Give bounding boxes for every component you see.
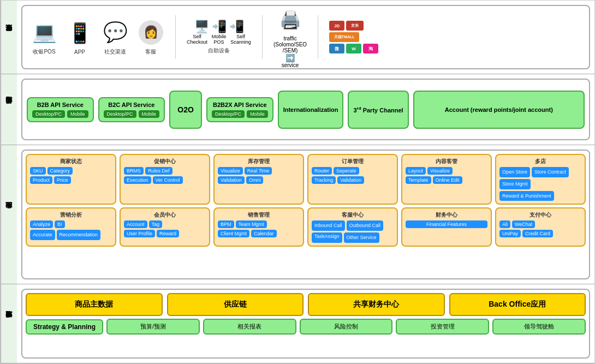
traffic-icon: 🖨️: [277, 6, 304, 33]
third-party-label: 3rd Party Channel: [353, 106, 403, 114]
team-mgmt-btn[interactable]: Team Mgmt: [236, 220, 267, 228]
execution-btn[interactable]: Execution: [124, 176, 151, 184]
b2b2x-api-subs: Desktop/PC Mobile: [212, 110, 268, 118]
supply-chain-btn[interactable]: 供应链: [167, 293, 304, 316]
strategy-label: Strategy & Planning: [26, 319, 103, 335]
tracking-btn[interactable]: Tracking: [312, 176, 336, 184]
validation-btn[interactable]: Validation: [218, 176, 245, 184]
b2c-api-box: B2C API Service Desktop/PC Mobile: [98, 97, 165, 122]
divider-1: [175, 15, 176, 59]
template-btn[interactable]: Template: [406, 176, 431, 184]
goods-master-btn[interactable]: 商品主数据: [26, 293, 163, 316]
jd-row-2: 天猫TMALL: [329, 32, 378, 42]
visualize-btn[interactable]: Visualize: [218, 167, 243, 175]
product-btn[interactable]: Product: [30, 176, 52, 184]
b2b-api-title: B2B API Service: [32, 102, 88, 108]
digital-content-area: 💻 收银POS 📱 APP 💬 社交渠道: [17, 1, 594, 74]
app-label: APP: [74, 49, 85, 55]
sales-analysis-box: 营销分析 Analyze BI Accurate Recommendation: [26, 207, 116, 247]
jd-row-3: 微 W 淘: [329, 44, 378, 53]
b2c-mobile-btn[interactable]: Mobile: [139, 110, 160, 118]
multi-store-row1: Open Store Store Contract: [499, 167, 581, 177]
payment-row1: Ali WeChat: [499, 220, 581, 228]
content-visualize-btn[interactable]: Visualize: [427, 167, 453, 175]
biz-top-row: 商家状态 SKU Category Product Price 促销中心: [26, 154, 586, 205]
reward-punishment-btn[interactable]: Reward & Punishment: [499, 191, 554, 201]
financial-features-btn[interactable]: Financial Features: [406, 220, 487, 228]
mobile-pos-label: Mobile POS: [209, 34, 229, 45]
channel-traffic: 🖨️ traffic (Solomo/SEO /SEM) ➡️ service: [273, 6, 307, 68]
digital-section: 数字渠道 💻 收银POS 📱 APP: [1, 1, 594, 74]
client-mgmt-btn[interactable]: Client Mgmt: [218, 230, 249, 237]
finance-box: 财务中心 Financial Features: [401, 207, 492, 247]
order-validation-btn[interactable]: Validation: [337, 176, 364, 184]
outbound-call-btn[interactable]: Outbound Call: [347, 220, 384, 231]
b2b-mobile-btn[interactable]: Mobile: [67, 110, 88, 118]
cust-svc-row1: Inbound Call Outbound Call: [312, 220, 394, 231]
unipay-btn[interactable]: UniPay: [499, 230, 521, 237]
user-profile-btn[interactable]: User Profile: [124, 230, 155, 237]
promotion-row1: BRMS Rules Def: [124, 167, 206, 175]
backend-content-area: 商品主数据 供应链 共享财务中心 Back Office应用 Strategy …: [17, 284, 594, 363]
back-office-btn[interactable]: Back Office应用: [449, 293, 586, 316]
backend-top-row: 商品主数据 供应链 共享财务中心 Back Office应用: [26, 293, 586, 316]
tag-btn[interactable]: Tag: [149, 220, 163, 228]
weibo-icon: 微: [329, 44, 344, 53]
category-btn[interactable]: Category: [47, 167, 73, 175]
separate-btn[interactable]: Seperate: [334, 167, 359, 175]
real-time-btn[interactable]: Real Time: [245, 167, 272, 175]
analyze-btn[interactable]: Analyze: [30, 220, 53, 228]
task-assign-btn[interactable]: TaskAssign: [312, 232, 342, 243]
omni-btn[interactable]: Omni: [246, 176, 264, 184]
strategy-row: Strategy & Planning 预算/预测 相关报表 风险控制 投资管理…: [26, 319, 586, 335]
investment-mgmt-btn[interactable]: 投资管理: [396, 319, 489, 335]
account-btn[interactable]: Account: [124, 220, 147, 228]
price-btn[interactable]: Price: [54, 176, 71, 184]
b2b2x-desktop-btn[interactable]: Desktop/PC: [212, 110, 245, 118]
shared-finance-btn[interactable]: 共享财务中心: [308, 293, 445, 316]
taobao-icon: 淘: [363, 44, 378, 53]
budget-forecast-btn[interactable]: 预算/预测: [106, 319, 200, 335]
risk-control-btn[interactable]: 风险控制: [300, 319, 393, 335]
b2c-desktop-btn[interactable]: Desktop/PC: [104, 110, 136, 118]
layout-btn[interactable]: Layout: [406, 167, 426, 175]
brms-btn[interactable]: BRMS: [124, 167, 144, 175]
b2b2x-mobile-btn[interactable]: Mobile: [247, 110, 268, 118]
router-btn[interactable]: Router: [312, 167, 332, 175]
digital-channels: 💻 收银POS 📱 APP 💬 社交渠道: [21, 5, 590, 69]
credit-card-btn[interactable]: Credit Card: [522, 230, 553, 237]
sku-btn[interactable]: SKU: [30, 167, 46, 175]
b2b-desktop-btn[interactable]: Desktop/PC: [32, 110, 65, 118]
leadership-cockpit-btn[interactable]: 领导驾驶舱: [492, 319, 586, 335]
b2b-api-subs: Desktop/PC Mobile: [32, 110, 88, 118]
promotion-row2: Execution Ver Control: [124, 176, 206, 184]
channel-social: 💬 社交渠道: [102, 19, 129, 56]
other-service-btn[interactable]: Other Service: [344, 232, 379, 243]
inventory-row2: Validation Omni: [218, 176, 300, 184]
ali-btn[interactable]: Ali: [499, 220, 510, 228]
accurate-btn[interactable]: Accurate: [30, 230, 55, 240]
open-store-btn[interactable]: Open Store: [499, 167, 530, 177]
b2c-api-title: B2C API Service: [104, 102, 160, 108]
sales-mgmt-title: 销售管理: [218, 211, 300, 219]
cust-svc-box: 客服中心 Inbound Call Outbound Call TaskAssi…: [307, 207, 398, 247]
bpm-btn[interactable]: BPM: [218, 220, 234, 228]
reward-btn[interactable]: Reward: [157, 230, 179, 237]
ecommerce-logos: JD 京东 天猫TMALL 微 W 淘: [329, 21, 378, 53]
inbound-call-btn[interactable]: Inbound Call: [312, 220, 345, 231]
jd-row-1: JD 京东: [329, 21, 378, 31]
ver-control-btn[interactable]: Ver Control: [153, 176, 183, 184]
sales-mgmt-row2: Client Mgmt Calendar: [218, 230, 300, 237]
biz-label: 业务功能: [1, 145, 17, 284]
o2o-box: O2O: [169, 91, 202, 129]
online-edit-btn[interactable]: Online Edit: [433, 176, 462, 184]
store-contract-btn[interactable]: Store Contract: [532, 167, 569, 177]
bi-btn[interactable]: BI: [55, 220, 65, 228]
related-reports-btn[interactable]: 相关报表: [203, 319, 296, 335]
store-mgmt-btn[interactable]: Store Mgmt: [499, 179, 531, 189]
rules-def-btn[interactable]: Rules Def: [145, 167, 172, 175]
wechat-pay-btn[interactable]: WeChat: [512, 220, 535, 228]
calendar-btn[interactable]: Calendar: [251, 230, 277, 237]
recommendation-btn[interactable]: Recommendation: [57, 230, 101, 240]
multi-store-box: 多店 Open Store Store Contract Store Mgmt …: [495, 154, 586, 205]
